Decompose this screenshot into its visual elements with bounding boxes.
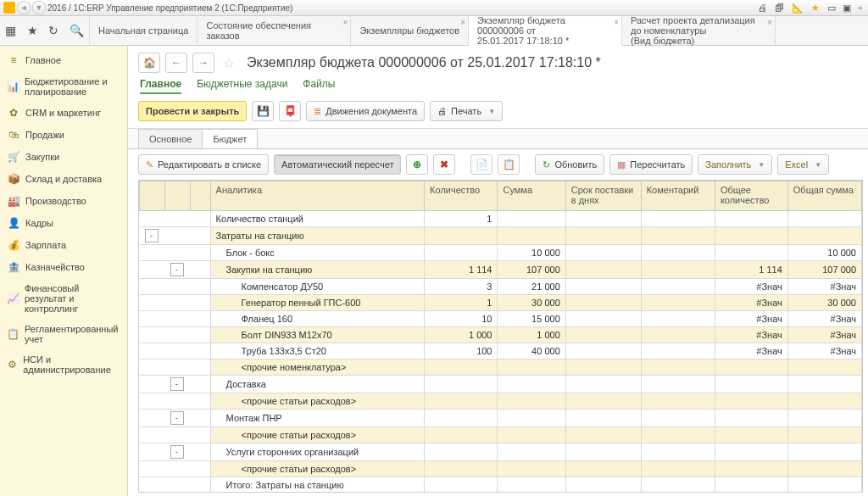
cell-comment[interactable] — [641, 461, 715, 477]
back-button[interactable]: ← — [165, 53, 187, 73]
cell-gqty[interactable] — [715, 461, 787, 477]
history-icon[interactable]: ↻ — [48, 24, 58, 37]
table-row[interactable]: -Доставка — [140, 376, 862, 393]
cell-delivery[interactable] — [565, 461, 641, 477]
sidebar-item[interactable]: 📈Финансовый результат и контроллинг — [0, 278, 127, 319]
col-analytics[interactable]: Аналитика — [210, 181, 425, 211]
main-tab[interactable]: Экземпляр бюджета 000000006 от25.01.2017… — [469, 16, 622, 46]
cell-qty[interactable] — [425, 376, 498, 393]
cell-gsum[interactable] — [787, 393, 861, 410]
cell-gqty[interactable] — [715, 245, 787, 261]
cell-gqty[interactable] — [715, 376, 787, 393]
cell-delivery[interactable] — [565, 427, 641, 443]
cell-qty[interactable]: 10 — [425, 311, 498, 327]
save-button[interactable]: 💾 — [252, 101, 274, 121]
cell-comment[interactable] — [641, 359, 715, 376]
cell-sum[interactable] — [498, 393, 565, 410]
cell-qty[interactable]: 1 000 — [425, 327, 498, 343]
subtab-files[interactable]: Файлы — [303, 78, 335, 94]
cell-gsum[interactable] — [787, 359, 861, 376]
tree-toggle-icon[interactable]: - — [170, 263, 184, 276]
cell-comment[interactable] — [641, 211, 715, 227]
cell-delivery[interactable] — [565, 410, 641, 427]
tab-close-icon[interactable]: × — [614, 18, 619, 27]
col-total-qty[interactable]: Общее количество — [715, 181, 787, 211]
sidebar-item[interactable]: 🏭Производство — [0, 190, 127, 212]
cell-delivery[interactable] — [565, 295, 641, 311]
cell-gqty[interactable]: 1 114 — [715, 261, 787, 279]
sidebar-item[interactable]: 📊Бюджетирование и планирование — [0, 71, 127, 102]
cell-gsum[interactable] — [787, 461, 861, 477]
cell-delivery[interactable] — [565, 327, 641, 343]
cell-gsum[interactable] — [787, 477, 861, 493]
cell-gsum[interactable]: #Знач — [787, 343, 861, 359]
cell-qty[interactable]: 3 — [425, 279, 498, 295]
cell-gsum[interactable]: #Знач — [787, 327, 861, 343]
sidebar-item[interactable]: ⚙НСИ и администрирование — [0, 349, 127, 380]
cell-analytics[interactable]: Генератор пенный ГПС-600 — [210, 295, 425, 311]
cell-comment[interactable] — [641, 311, 715, 327]
cell-analytics[interactable]: Фланец 160 — [210, 311, 425, 327]
cell-comment[interactable] — [641, 279, 715, 295]
sidebar-item[interactable]: 🛍Продажи — [0, 124, 127, 146]
tab-close-icon[interactable]: × — [343, 18, 348, 27]
post-and-close-button[interactable]: Провести и закрыть — [138, 101, 247, 121]
cell-gqty[interactable]: #Знач — [715, 343, 787, 359]
cell-qty[interactable] — [425, 393, 498, 410]
cell-delivery[interactable] — [565, 227, 641, 245]
cell-gsum[interactable]: 107 000 — [787, 261, 861, 279]
cell-comment[interactable] — [641, 343, 715, 359]
cell-comment[interactable] — [641, 245, 715, 261]
cell-analytics[interactable]: Доставка — [210, 376, 425, 393]
tb-print-icon[interactable]: 🖨 — [758, 3, 767, 13]
cell-qty[interactable] — [425, 461, 498, 477]
cell-gsum[interactable]: #Знач — [787, 311, 861, 327]
table-row[interactable]: <прочие статьи расходов> — [140, 393, 862, 410]
cell-comment[interactable] — [641, 295, 715, 311]
cell-gsum[interactable] — [787, 211, 861, 227]
cell-delivery[interactable] — [565, 261, 641, 279]
subtab-main[interactable]: Главное — [140, 78, 181, 94]
table-row[interactable]: Генератор пенный ГПС-600130 000#Знач30 0… — [140, 295, 862, 311]
cell-gqty[interactable] — [715, 410, 787, 427]
recalc-button[interactable]: ▦Пересчитать — [609, 154, 693, 175]
cell-gqty[interactable] — [715, 427, 787, 443]
tree-toggle-icon[interactable]: - — [170, 411, 184, 425]
favorites-star-icon[interactable]: ★ — [27, 24, 38, 37]
col-total-sum[interactable]: Общая сумма — [787, 181, 861, 211]
cell-qty[interactable] — [425, 410, 498, 427]
main-tab[interactable]: Состояние обеспечения заказов× — [198, 16, 351, 45]
add-row-button[interactable]: ⊕ — [406, 154, 428, 175]
cell-comment[interactable] — [641, 477, 715, 493]
cell-gqty[interactable]: #Знач — [715, 279, 787, 295]
cell-gsum[interactable] — [787, 410, 861, 427]
cell-analytics[interactable]: Компенсатор ДУ50 — [210, 279, 425, 295]
cell-delivery[interactable] — [565, 443, 641, 461]
edit-in-list-button[interactable]: ✎Редактировать в списке — [138, 154, 269, 175]
cell-sum[interactable]: 107 000 — [498, 261, 565, 279]
sidebar-item[interactable]: 💰Зарплата — [0, 234, 127, 256]
cell-analytics[interactable]: <прочие статьи расходов> — [210, 461, 425, 477]
favorite-star-icon[interactable]: ☆ — [223, 55, 235, 71]
cell-delivery[interactable] — [565, 376, 641, 393]
cell-delivery[interactable] — [565, 311, 641, 327]
tb-max-icon[interactable]: ▣ — [843, 3, 851, 13]
table-row[interactable]: -Закупки на станцию1 114107 0001 114107 … — [140, 261, 862, 279]
sidebar-item[interactable]: ✿CRM и маркетинг — [0, 102, 127, 124]
table-row[interactable]: Количество станций1 — [140, 211, 862, 227]
cell-gsum[interactable] — [787, 443, 861, 461]
post-button[interactable]: 📮 — [279, 101, 301, 121]
cell-analytics[interactable]: Услуги сторонних организаций — [210, 443, 425, 461]
cell-sum[interactable] — [498, 376, 565, 393]
cell-gsum[interactable] — [787, 376, 861, 393]
cell-gqty[interactable] — [715, 227, 787, 245]
cell-sum[interactable]: 1 000 — [498, 327, 565, 343]
main-tab[interactable]: Расчет проекта детализация до номенклату… — [622, 16, 776, 45]
cell-gqty[interactable] — [715, 477, 787, 493]
main-tab[interactable]: Экземпляры бюджетов× — [351, 16, 469, 45]
cell-sum[interactable] — [498, 410, 565, 427]
table-row[interactable]: Болт DIN933 М12х701 0001 000#Знач#Знач — [140, 327, 862, 343]
cell-sum[interactable]: 10 000 — [498, 245, 565, 261]
cell-comment[interactable] — [641, 443, 715, 461]
cell-sum[interactable] — [498, 211, 565, 227]
